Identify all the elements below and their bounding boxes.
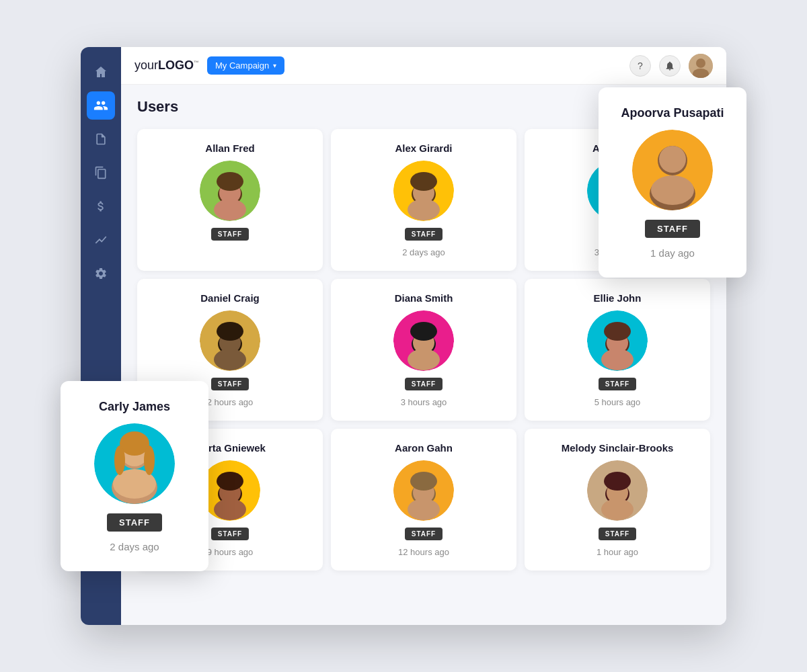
header: yourLOGO™ My Campaign ▾ ? xyxy=(121,47,726,85)
logo-prefix: your xyxy=(134,58,158,72)
svg-point-7 xyxy=(217,172,243,191)
svg-point-36 xyxy=(214,499,246,520)
sidebar-item-reports[interactable] xyxy=(87,125,115,153)
notification-button[interactable] xyxy=(659,55,681,77)
svg-point-21 xyxy=(214,349,246,370)
svg-point-59 xyxy=(114,446,125,475)
svg-point-12 xyxy=(410,172,437,191)
user-name: Melody Sinclair-Brooks xyxy=(562,442,674,454)
help-button[interactable]: ? xyxy=(629,55,651,77)
user-card[interactable]: Melody Sinclair-Brooks STAFF 1 hour ago xyxy=(525,429,710,571)
staff-badge: STAFF xyxy=(405,228,443,241)
user-name: Aaron Gahn xyxy=(395,442,453,454)
popout-apoorva-name: Apoorva Pusapati xyxy=(621,106,724,120)
svg-point-52 xyxy=(651,175,694,205)
user-name: Alex Girardi xyxy=(395,142,452,154)
user-name: Diana Smith xyxy=(395,292,453,304)
time-ago: 1 hour ago xyxy=(597,547,638,557)
logo-main: LOGO xyxy=(158,58,194,72)
popout-carly-badge: STAFF xyxy=(107,513,162,532)
svg-point-42 xyxy=(410,472,437,491)
user-avatar-header[interactable] xyxy=(689,54,713,78)
popout-apoorva[interactable]: Apoorva Pusapati STAFF 1 day ago xyxy=(599,87,746,278)
svg-point-60 xyxy=(144,446,155,475)
user-card[interactable]: Alex Girardi STAFF 2 days ago xyxy=(331,129,516,271)
user-avatar xyxy=(200,161,260,221)
staff-badge: STAFF xyxy=(211,528,249,540)
user-name: Daniel Craig xyxy=(200,292,260,304)
popout-carly[interactable]: Carly James STAFF 2 days ago xyxy=(61,381,208,571)
sidebar-item-users[interactable] xyxy=(87,91,115,120)
user-avatar xyxy=(587,460,648,521)
sidebar-item-activity[interactable] xyxy=(87,226,115,254)
help-icon: ? xyxy=(638,60,643,71)
staff-badge: STAFF xyxy=(405,378,443,390)
user-card[interactable]: Diana Smith STAFF 3 hours ago xyxy=(331,279,516,421)
user-avatar xyxy=(587,310,648,371)
time-ago: 3 hours ago xyxy=(401,397,447,407)
svg-point-41 xyxy=(408,499,440,520)
svg-point-26 xyxy=(408,349,440,370)
user-name: Ellie John xyxy=(594,292,642,304)
user-avatar xyxy=(393,310,454,371)
popout-carly-name: Carly James xyxy=(99,400,170,414)
user-avatar xyxy=(393,460,454,521)
sidebar-item-home[interactable] xyxy=(87,58,115,86)
user-card[interactable]: Ellie John STAFF 5 hours ago xyxy=(525,279,710,421)
campaign-button[interactable]: My Campaign ▾ xyxy=(207,56,284,75)
popout-apoorva-time: 1 day ago xyxy=(650,247,695,259)
browser-window: yourLOGO™ My Campaign ▾ ? xyxy=(81,47,726,625)
header-left: yourLOGO™ My Campaign ▾ xyxy=(134,56,284,75)
staff-badge: STAFF xyxy=(599,528,636,540)
user-avatar xyxy=(393,161,454,221)
svg-point-32 xyxy=(604,322,631,341)
logo-tm: ™ xyxy=(194,60,199,66)
popout-carly-time: 2 days ago xyxy=(110,541,159,552)
svg-point-47 xyxy=(604,472,631,491)
time-ago: 2 hours ago xyxy=(207,397,254,407)
svg-point-6 xyxy=(214,199,246,220)
popout-apoorva-badge: STAFF xyxy=(645,220,700,238)
staff-badge: STAFF xyxy=(405,528,443,540)
logo: yourLOGO™ xyxy=(134,58,199,73)
sidebar-item-settings[interactable] xyxy=(87,259,115,288)
sidebar-item-billing[interactable] xyxy=(87,192,115,220)
popout-carly-avatar xyxy=(94,423,175,504)
user-name: Allan Fred xyxy=(205,142,254,154)
user-avatar xyxy=(200,460,260,521)
user-card[interactable]: Aaron Gahn STAFF 12 hours ago xyxy=(331,429,516,571)
svg-point-37 xyxy=(217,472,243,491)
svg-point-27 xyxy=(410,322,437,341)
chevron-down-icon: ▾ xyxy=(273,62,276,69)
svg-point-11 xyxy=(408,199,440,220)
popout-apoorva-avatar xyxy=(632,130,713,210)
campaign-label: My Campaign xyxy=(215,60,269,71)
staff-badge: STAFF xyxy=(599,378,636,390)
user-card[interactable]: Allan Fred STAFF xyxy=(137,129,323,271)
svg-point-46 xyxy=(601,499,633,520)
staff-badge: STAFF xyxy=(211,228,249,241)
header-right: ? xyxy=(629,54,713,78)
svg-point-1 xyxy=(696,58,705,68)
time-ago: 2 days ago xyxy=(402,247,445,257)
time-ago: 9 hours ago xyxy=(207,547,254,557)
time-ago: 5 hours ago xyxy=(594,397,641,407)
sidebar-item-copy[interactable] xyxy=(87,159,115,187)
svg-point-22 xyxy=(217,322,243,341)
svg-point-31 xyxy=(601,349,633,370)
staff-badge: STAFF xyxy=(211,378,249,390)
time-ago: 12 hours ago xyxy=(398,547,449,557)
svg-point-51 xyxy=(659,146,686,173)
user-avatar xyxy=(200,310,260,371)
